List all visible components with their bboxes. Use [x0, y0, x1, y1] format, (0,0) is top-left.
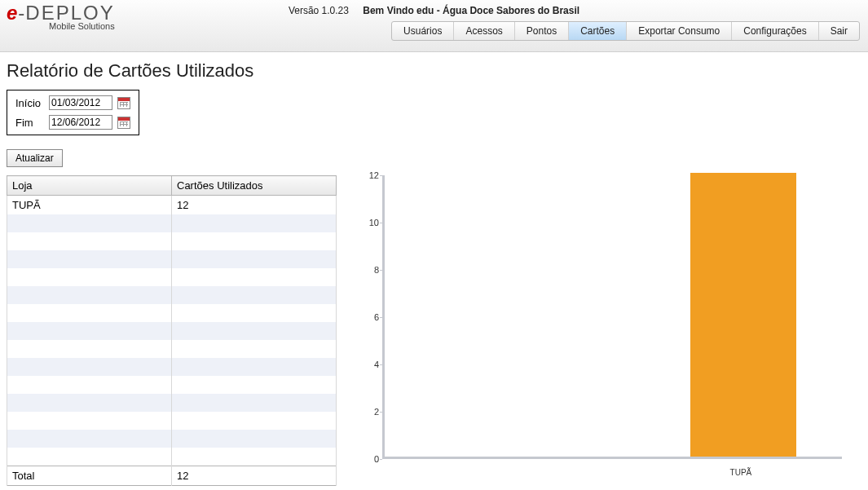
- cell-loja: [7, 376, 172, 394]
- nav-cartoes[interactable]: Cartões: [568, 22, 626, 40]
- table-row: [7, 250, 337, 268]
- header-info: Versão 1.0.23 Bem Vindo edu - Água Doce …: [0, 5, 868, 16]
- y-tick-label: 12: [369, 170, 379, 180]
- table-row: [7, 412, 337, 430]
- chart-bar: [690, 173, 796, 457]
- welcome-text: Bem Vindo edu - Água Doce Sabores do Bra…: [363, 5, 579, 16]
- date-range-box: Início Fim: [7, 90, 139, 135]
- page-title: Relatório de Cartões Utilizados: [7, 60, 861, 82]
- top-bar: e-DEPLOY Mobile Solutions Versão 1.0.23 …: [0, 0, 868, 52]
- main-nav: Usuários Acessos Pontos Cartões Exportar…: [391, 21, 860, 41]
- version-text: Versão 1.0.23: [289, 5, 349, 16]
- cell-value: [172, 268, 337, 286]
- col-cartoes[interactable]: Cartões Utilizados: [172, 176, 337, 196]
- table-row: [7, 394, 337, 412]
- table-row: [7, 430, 337, 448]
- cell-value: [172, 214, 337, 232]
- y-tick-label: 4: [374, 360, 379, 369]
- cell-loja: [7, 430, 172, 448]
- nav-usuarios[interactable]: Usuários: [392, 22, 453, 40]
- cell-value: [172, 412, 337, 430]
- cell-loja: [7, 448, 172, 466]
- cell-value: [172, 448, 337, 466]
- nav-acessos[interactable]: Acessos: [453, 22, 513, 40]
- nav-configuracoes[interactable]: Configurações: [731, 22, 817, 40]
- y-tick-label: 6: [374, 312, 379, 322]
- x-tick-label: TUPÃ: [730, 468, 752, 477]
- table-row: [7, 268, 337, 286]
- input-fim[interactable]: [49, 115, 112, 130]
- total-label: Total: [7, 466, 172, 485]
- col-loja[interactable]: Loja: [7, 176, 172, 196]
- total-value: 12: [172, 466, 337, 485]
- cell-loja: [7, 340, 172, 358]
- table-row: [7, 322, 337, 340]
- cell-loja: [7, 394, 172, 412]
- cell-value: [172, 340, 337, 358]
- cell-loja: [7, 214, 172, 232]
- table-row: [7, 376, 337, 394]
- cell-value: [172, 304, 337, 322]
- label-inicio: Início: [12, 94, 44, 112]
- cell-loja: [7, 304, 172, 322]
- cell-loja: [7, 250, 172, 268]
- cell-loja: [7, 286, 172, 304]
- table-row: [7, 286, 337, 304]
- chart-plot-area: [382, 175, 842, 459]
- y-tick-label: 10: [369, 218, 379, 227]
- cell-value: 12: [172, 196, 337, 215]
- cell-loja: [7, 358, 172, 376]
- chart: 024681012TUPÃ: [361, 175, 842, 477]
- cell-value: [172, 358, 337, 376]
- nav-exportar-consumo[interactable]: Exportar Consumo: [626, 22, 731, 40]
- table-row: [7, 358, 337, 376]
- cell-value: [172, 286, 337, 304]
- table-row: [7, 232, 337, 250]
- table-row: [7, 448, 337, 466]
- cell-loja: [7, 232, 172, 250]
- table-row: [7, 340, 337, 358]
- cell-value: [172, 322, 337, 340]
- cell-loja: TUPÃ: [7, 196, 172, 215]
- table-row: [7, 304, 337, 322]
- table-row: [7, 214, 337, 232]
- label-fim: Fim: [12, 113, 44, 131]
- report-table: Loja Cartões Utilizados TUPÃ12 Total 12: [7, 175, 337, 486]
- cell-value: [172, 250, 337, 268]
- nav-sair[interactable]: Sair: [818, 22, 859, 40]
- cell-loja: [7, 268, 172, 286]
- y-tick-label: 0: [374, 454, 379, 464]
- calendar-icon[interactable]: [117, 117, 130, 129]
- cell-value: [172, 376, 337, 394]
- cell-value: [172, 232, 337, 250]
- cell-value: [172, 430, 337, 448]
- cell-loja: [7, 412, 172, 430]
- nav-pontos[interactable]: Pontos: [514, 22, 568, 40]
- calendar-icon[interactable]: [117, 97, 130, 109]
- update-button[interactable]: Atualizar: [7, 149, 63, 167]
- y-tick-label: 2: [374, 407, 379, 417]
- page-content: Relatório de Cartões Utilizados Início F…: [0, 52, 868, 490]
- input-inicio[interactable]: [49, 95, 112, 110]
- y-tick-label: 8: [374, 265, 379, 275]
- table-row: TUPÃ12: [7, 196, 337, 215]
- cell-loja: [7, 322, 172, 340]
- cell-value: [172, 394, 337, 412]
